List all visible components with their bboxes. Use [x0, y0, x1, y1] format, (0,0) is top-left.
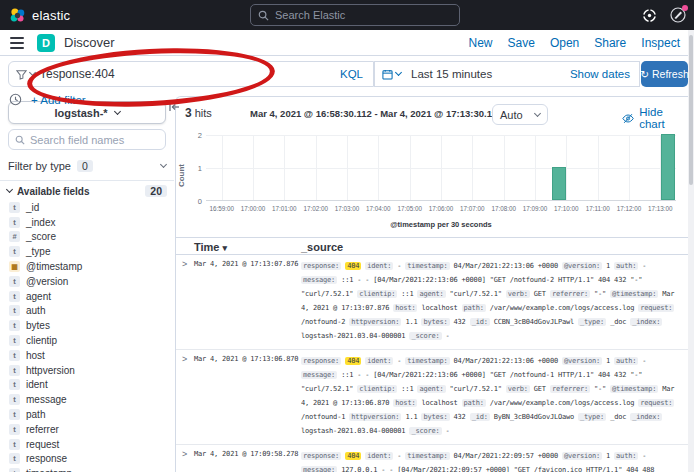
- field-name-chip: _type:: [578, 413, 606, 421]
- time-range-value[interactable]: Last 15 minutes: [411, 68, 492, 80]
- field-host[interactable]: thost: [9, 348, 172, 363]
- field-name: timestamp: [26, 468, 72, 472]
- settings-icon[interactable]: [642, 8, 657, 23]
- available-fields-toggle[interactable]: Available fields 20: [7, 185, 167, 197]
- app-navbar: D Discover NewSaveOpenShareInspect: [0, 30, 688, 56]
- text-field-icon: t: [9, 202, 20, 213]
- table-row: >Mar 4, 2021 @ 17:13:07.876response: 404…: [176, 255, 688, 350]
- query-input[interactable]: response:404 KQL: [8, 61, 374, 87]
- hits-count: 3 hits: [185, 106, 212, 120]
- filter-by-type[interactable]: Filter by type 0: [8, 156, 166, 175]
- field-name-chip: verb:: [506, 385, 530, 393]
- field-_index[interactable]: t_index: [9, 215, 172, 230]
- field-timestamp[interactable]: ttimestamp: [9, 466, 172, 472]
- text-field-icon: t: [9, 365, 20, 376]
- query-language-button[interactable]: KQL: [330, 68, 373, 80]
- available-count-badge: 20: [145, 185, 167, 197]
- field-name: response: [26, 453, 67, 464]
- field-name-chip: verb:: [506, 290, 530, 298]
- x-tick-label: 17:01:00: [272, 205, 297, 212]
- chart-date-range: Mar 4, 2021 @ 16:58:30.112 - Mar 4, 2021…: [236, 108, 516, 119]
- field-auth[interactable]: tauth: [9, 304, 172, 319]
- x-tick-label: 17:04:00: [366, 205, 391, 212]
- user-menu[interactable]: [670, 7, 686, 23]
- query-text[interactable]: response:404: [42, 67, 115, 81]
- field-clientip[interactable]: tclientip: [9, 333, 172, 348]
- field-name-chip: timestamp:: [405, 357, 449, 365]
- filter-icon: [16, 69, 27, 80]
- expand-row-icon[interactable]: >: [182, 449, 187, 459]
- field-response[interactable]: tresponse: [9, 452, 172, 467]
- field-path[interactable]: tpath: [9, 407, 172, 422]
- number-field-icon: #: [9, 231, 20, 242]
- highlighted-value: 404: [345, 452, 361, 460]
- menu-icon[interactable]: [10, 37, 24, 49]
- y-axis-label: Count: [177, 156, 186, 196]
- row-timestamp: Mar 4, 2021 @ 17:13:06.870: [194, 355, 298, 363]
- highlighted-value: 404: [345, 357, 361, 365]
- field-name: _type: [26, 246, 50, 257]
- show-dates-button[interactable]: Show dates: [570, 68, 639, 80]
- field-bytes[interactable]: tbytes: [9, 318, 172, 333]
- field-_type[interactable]: t_type: [9, 244, 172, 259]
- histogram-bar[interactable]: [661, 134, 675, 200]
- global-header: elastic Search Elastic: [0, 0, 694, 30]
- field-httpversion[interactable]: thttpversion: [9, 363, 172, 378]
- collapse-sidebar-button[interactable]: [168, 101, 180, 113]
- field-name-chip: agent:: [417, 290, 445, 298]
- refresh-button[interactable]: ↻ Refresh: [641, 61, 688, 87]
- column-time[interactable]: Time ▾: [194, 241, 227, 253]
- field-message[interactable]: tmessage: [9, 392, 172, 407]
- field-agent[interactable]: tagent: [9, 289, 172, 304]
- scrollbar-thumb[interactable]: [689, 35, 693, 185]
- field-name-chip: bytes:: [421, 413, 449, 421]
- field-name-chip: message:: [301, 466, 337, 472]
- field-name-chip: httpversion:: [349, 413, 401, 421]
- elastic-logo: elastic: [9, 7, 70, 24]
- text-field-icon: t: [9, 350, 20, 361]
- filter-count-badge: 0: [77, 160, 93, 172]
- field-name-chip: httpversion:: [349, 318, 401, 326]
- quick-select-menu[interactable]: [375, 69, 408, 80]
- add-filter-button[interactable]: + Add filter: [31, 94, 86, 106]
- field-@timestamp[interactable]: ▦@timestamp: [9, 259, 172, 274]
- field-name-chip: agent:: [417, 385, 445, 393]
- action-inspect[interactable]: Inspect: [641, 36, 680, 50]
- x-tick-label: 17:08:00: [491, 205, 516, 212]
- refresh-icon: ↻: [640, 68, 649, 80]
- field-search-input[interactable]: Search field names: [8, 129, 166, 150]
- field-_score[interactable]: #_score: [9, 230, 172, 245]
- x-tick-label: 17:07:00: [460, 205, 485, 212]
- x-axis-label: @timestamp per 30 seconds: [206, 220, 676, 229]
- field-ident[interactable]: tident: [9, 378, 172, 393]
- text-field-icon: t: [9, 409, 20, 420]
- y-tick-label: 1: [180, 164, 202, 173]
- action-new[interactable]: New: [469, 36, 493, 50]
- field-referrer[interactable]: treferrer: [9, 422, 172, 437]
- action-open[interactable]: Open: [550, 36, 579, 50]
- saved-query-menu[interactable]: [9, 69, 42, 80]
- field-@version[interactable]: t@version: [9, 274, 172, 289]
- x-tick-label: 17:03:00: [335, 205, 360, 212]
- field-name-chip: response:: [301, 357, 341, 365]
- field-_id[interactable]: t_id: [9, 200, 172, 215]
- date-picker[interactable]: Last 15 minutes Show dates: [374, 61, 640, 87]
- histogram-bar[interactable]: [552, 167, 566, 200]
- text-field-icon: t: [9, 453, 20, 464]
- interval-select[interactable]: Auto: [492, 104, 548, 125]
- field-name: _id: [26, 202, 39, 213]
- global-search-input[interactable]: Search Elastic: [250, 4, 460, 26]
- field-request[interactable]: trequest: [9, 437, 172, 452]
- expand-row-icon[interactable]: >: [182, 259, 187, 269]
- expand-row-icon[interactable]: >: [182, 354, 187, 364]
- text-field-icon: t: [9, 335, 20, 346]
- field-name-chip: response:: [301, 262, 341, 270]
- field-name-chip: @timestamp:: [610, 290, 658, 298]
- x-tick-label: 17:12:00: [617, 205, 642, 212]
- field-name-chip: _score:: [409, 427, 441, 435]
- field-name-chip: request:: [638, 399, 674, 407]
- action-save[interactable]: Save: [508, 36, 535, 50]
- action-share[interactable]: Share: [594, 36, 626, 50]
- plot-area: [206, 135, 676, 201]
- filter-history-icon[interactable]: [9, 93, 22, 106]
